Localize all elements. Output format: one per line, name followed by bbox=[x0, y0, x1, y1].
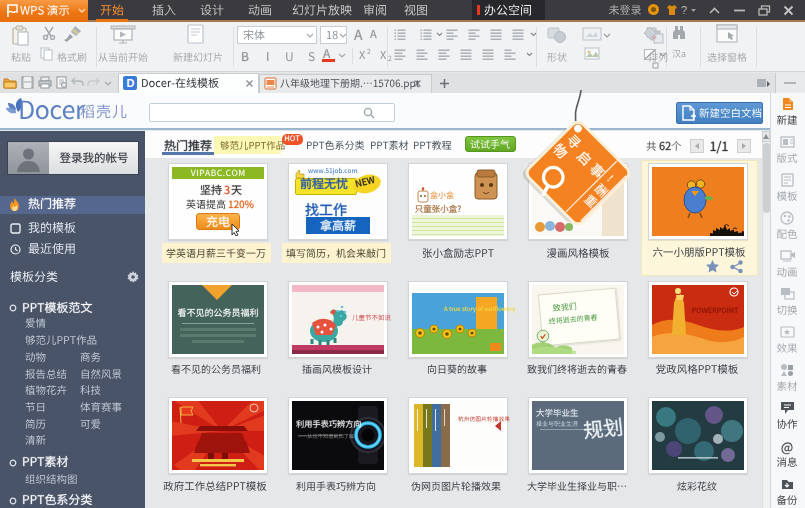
svg-text:D: D bbox=[127, 77, 135, 89]
svg-text:?: ? bbox=[681, 4, 687, 16]
